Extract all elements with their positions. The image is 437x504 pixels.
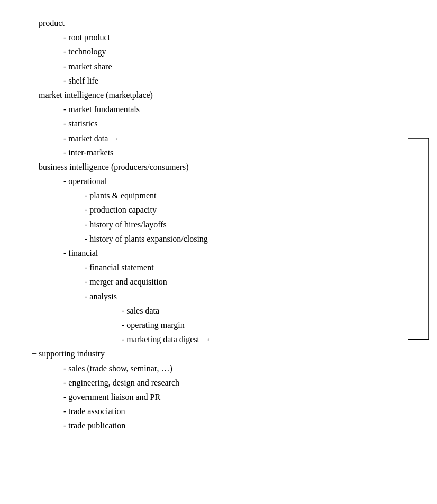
analysis-item: - analysis (85, 289, 421, 304)
production-capacity-item: - production capacity (85, 203, 421, 217)
marketing-data-digest-item: - marketing data digest ← (122, 332, 421, 346)
financial-statement-item: - financial statement (85, 260, 421, 274)
operating-margin-item: - operating margin (122, 318, 421, 332)
trade-association-item: - trade association (63, 404, 421, 418)
supporting-industry-group: + supporting industry (32, 346, 421, 361)
market-share-item: - market share (63, 59, 421, 74)
government-item: - government liaison and PR (63, 390, 421, 404)
trade-publication-item: - trade publication (63, 418, 421, 433)
merger-acquisition-item: - merger and acquisition (85, 274, 421, 289)
market-intelligence-group: + market intelligence (marketplace) (32, 88, 421, 102)
tree-container: + product - root product - technology - … (11, 11, 426, 438)
technology-item: - technology (63, 44, 421, 59)
shelf-life-item: - shelf life (63, 74, 421, 88)
sales-trade-item: - sales (trade show, seminar, …) (63, 361, 421, 375)
root-product-item: - root product (63, 30, 421, 44)
statistics-item: - statistics (63, 116, 421, 131)
business-intelligence-group: + business intelligence (producers/consu… (32, 160, 421, 174)
history-hires-item: - history of hires/layoffs (85, 217, 421, 232)
sales-data-item: - sales data (122, 304, 421, 318)
market-data-item: - market data ← (63, 131, 421, 145)
product-group: + product (32, 16, 421, 30)
market-fundamentals-item: - market fundamentals (63, 102, 421, 116)
plants-equipment-item: - plants & equipment (85, 188, 421, 203)
financial-item: - financial (63, 246, 421, 260)
operational-item: - operational (63, 174, 421, 188)
engineering-item: - engineering, design and research (63, 375, 421, 390)
history-plants-item: - history of plants expansion/closing (85, 232, 421, 246)
inter-markets-item: - inter-markets (63, 145, 421, 160)
